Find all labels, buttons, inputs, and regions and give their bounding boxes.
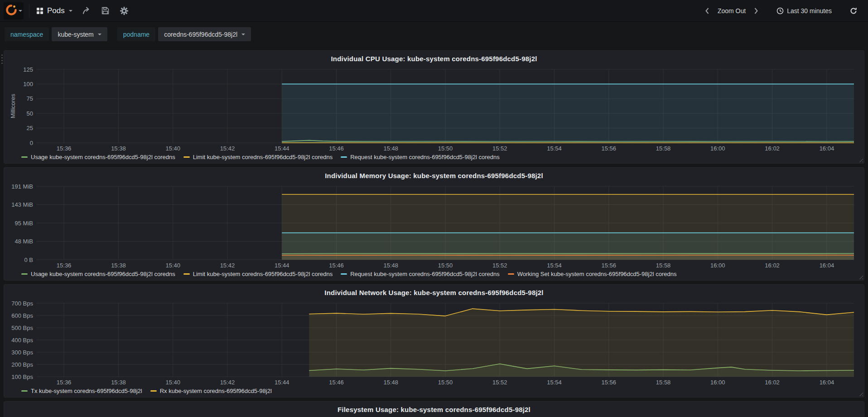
svg-text:15:42: 15:42 (220, 262, 235, 269)
panel-title[interactable]: Individual Memory Usage: kube-system cor… (8, 170, 860, 183)
dashboard-title-button[interactable]: Pods (35, 4, 74, 18)
legend-series-label: Usage kube-system coredns-695f96dcd5-98j… (31, 154, 175, 160)
svg-text:15:56: 15:56 (602, 262, 617, 269)
svg-text:15:56: 15:56 (602, 379, 617, 386)
variable-namespace: namespace kube-system (5, 27, 107, 41)
variable-namespace-value: kube-system (58, 31, 93, 38)
svg-text:16:04: 16:04 (820, 262, 834, 269)
svg-text:500 Bps: 500 Bps (11, 325, 33, 331)
legend-item[interactable]: Rx kube-system coredns-695f96dcd5-98j2l (150, 388, 272, 394)
legend-item[interactable]: Limit kube-system coredns-695f96dcd5-98j… (183, 154, 333, 160)
svg-text:15:42: 15:42 (220, 145, 235, 152)
svg-text:15:48: 15:48 (383, 145, 398, 152)
panel-cpu-usage: Individual CPU Usage: kube-system coredn… (4, 50, 864, 164)
legend-series-color-icon (341, 273, 347, 275)
svg-text:15:48: 15:48 (383, 379, 398, 386)
svg-text:15:44: 15:44 (275, 379, 289, 386)
legend-item[interactable]: Tx kube-system coredns-695f96dcd5-98j2l (21, 388, 142, 394)
svg-text:300 Bps: 300 Bps (11, 349, 33, 356)
refresh-button[interactable] (847, 5, 860, 17)
dashboard-panels: Individual CPU Usage: kube-system coredn… (0, 47, 868, 417)
variable-podname-value: coredns-695f96dcd5-98j2l (164, 31, 237, 38)
svg-text:15:52: 15:52 (492, 262, 507, 269)
svg-text:15:52: 15:52 (492, 145, 507, 152)
svg-text:Millicores: Millicores (10, 93, 16, 118)
network-usage-chart[interactable]: 100 Bps200 Bps300 Bps400 Bps500 Bps600 B… (8, 300, 860, 387)
time-range-picker[interactable]: Last 30 minutes (775, 5, 834, 17)
legend-series-label: Tx kube-system coredns-695f96dcd5-98j2l (31, 388, 142, 394)
save-icon (101, 7, 109, 15)
svg-text:15:58: 15:58 (656, 262, 671, 269)
panel-title[interactable]: Filesystem Usage: kube-system coredns-69… (8, 404, 860, 417)
svg-text:15:54: 15:54 (547, 379, 562, 386)
legend-series-color-icon (21, 156, 28, 158)
svg-text:15:52: 15:52 (492, 379, 507, 386)
svg-text:16:00: 16:00 (710, 379, 725, 386)
svg-text:15:48: 15:48 (383, 262, 398, 269)
svg-text:15:38: 15:38 (111, 145, 126, 152)
network-usage-legend: Tx kube-system coredns-695f96dcd5-98j2lR… (8, 387, 860, 396)
svg-text:15:58: 15:58 (656, 379, 671, 386)
svg-text:15:46: 15:46 (329, 262, 344, 269)
svg-text:700 Bps: 700 Bps (11, 300, 33, 307)
variable-namespace-dropdown[interactable]: kube-system (52, 27, 107, 41)
variable-podname-dropdown[interactable]: coredns-695f96dcd5-98j2l (158, 27, 251, 41)
legend-series-color-icon (21, 273, 28, 275)
panel-filesystem-usage: Filesystem Usage: kube-system coredns-69… (4, 401, 864, 417)
svg-text:15:38: 15:38 (111, 262, 126, 269)
svg-text:16:00: 16:00 (710, 262, 725, 269)
svg-text:15:40: 15:40 (165, 379, 180, 386)
legend-series-color-icon (21, 390, 28, 392)
svg-text:600 Bps: 600 Bps (11, 312, 33, 319)
legend-item[interactable]: Limit kube-system coredns-695f96dcd5-98j… (183, 271, 333, 277)
svg-text:0: 0 (30, 140, 33, 146)
svg-text:16:00: 16:00 (710, 145, 725, 152)
chevron-down-icon (241, 34, 245, 35)
legend-series-label: Limit kube-system coredns-695f96dcd5-98j… (193, 154, 333, 160)
save-button[interactable] (99, 4, 112, 17)
navbar: Pods (0, 0, 868, 22)
svg-text:16:02: 16:02 (765, 145, 780, 152)
legend-series-label: Usage kube-system coredns-695f96dcd5-98j… (31, 271, 175, 277)
share-button[interactable] (80, 4, 93, 17)
svg-text:16:02: 16:02 (765, 262, 780, 269)
gear-icon (120, 7, 128, 15)
variable-podname-label: podname (117, 27, 155, 41)
panel-title[interactable]: Individual Network Usage: kube-system co… (8, 287, 860, 300)
legend-item[interactable]: Usage kube-system coredns-695f96dcd5-98j… (21, 154, 175, 160)
legend-series-label: Working Set kube-system coredns-695f96dc… (517, 271, 677, 277)
svg-text:16:04: 16:04 (820, 379, 834, 386)
svg-text:15:44: 15:44 (275, 262, 289, 269)
cpu-usage-legend: Usage kube-system coredns-695f96dcd5-98j… (8, 153, 860, 162)
svg-text:125: 125 (23, 66, 33, 73)
svg-text:15:42: 15:42 (220, 379, 235, 386)
svg-text:15:40: 15:40 (165, 262, 180, 269)
svg-text:50: 50 (27, 110, 33, 117)
svg-text:15:46: 15:46 (329, 145, 344, 152)
memory-usage-chart[interactable]: 0 B48 MiB95 MiB143 MiB191 MiB15:3615:381… (8, 183, 860, 270)
legend-item[interactable]: Usage kube-system coredns-695f96dcd5-98j… (21, 271, 175, 277)
svg-text:16:04: 16:04 (820, 145, 834, 152)
grafana-logo-button[interactable] (4, 2, 24, 19)
row-drag-handle[interactable] (1, 54, 3, 56)
svg-text:48 MiB: 48 MiB (15, 238, 33, 245)
legend-item[interactable]: Request kube-system coredns-695f96dcd5-9… (341, 154, 500, 160)
panel-title[interactable]: Individual CPU Usage: kube-system coredn… (8, 53, 860, 66)
svg-text:16:02: 16:02 (765, 379, 780, 386)
grafana-logo-icon (5, 4, 17, 17)
zoom-out-button[interactable]: Zoom Out (716, 5, 747, 17)
legend-series-label: Limit kube-system coredns-695f96dcd5-98j… (193, 271, 333, 277)
time-shift-forward-button[interactable] (751, 5, 761, 17)
time-shift-back-button[interactable] (702, 5, 712, 17)
cpu-usage-chart[interactable]: 025507510012515:3615:3815:4015:4215:4415… (8, 66, 860, 153)
svg-text:15:50: 15:50 (438, 145, 453, 152)
chevron-right-icon (754, 7, 758, 15)
svg-text:15:40: 15:40 (165, 145, 180, 152)
legend-series-color-icon (150, 390, 157, 392)
settings-button[interactable] (117, 4, 131, 18)
svg-text:15:58: 15:58 (656, 145, 671, 152)
panel-memory-usage: Individual Memory Usage: kube-system cor… (4, 167, 864, 281)
legend-series-color-icon (508, 273, 514, 275)
legend-item[interactable]: Working Set kube-system coredns-695f96dc… (508, 271, 677, 277)
legend-item[interactable]: Request kube-system coredns-695f96dcd5-9… (341, 271, 500, 277)
